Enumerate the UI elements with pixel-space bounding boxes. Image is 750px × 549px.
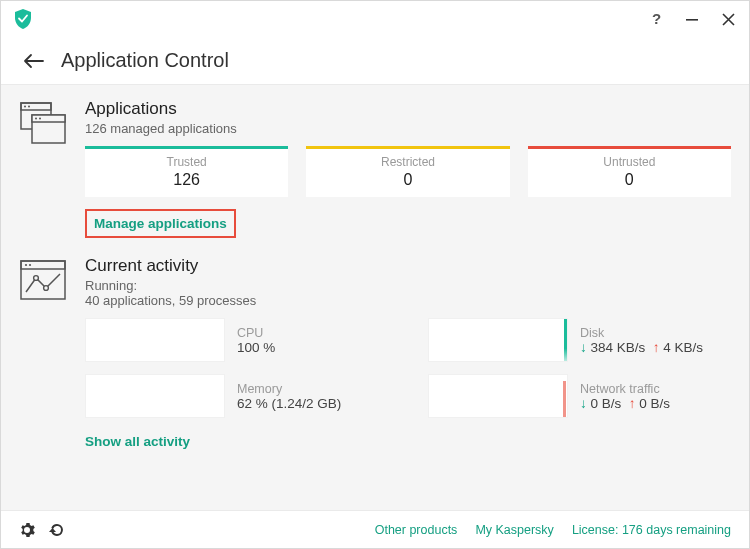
tile-untrusted-label: Untrusted	[603, 155, 655, 169]
app-window: ? Application Control Applications 126 m…	[0, 0, 750, 549]
applications-subtitle: 126 managed applications	[85, 121, 731, 136]
help-icon[interactable]: ?	[649, 12, 663, 26]
svg-point-15	[44, 286, 49, 291]
activity-running-label: Running:	[85, 278, 731, 293]
titlebar-right: ?	[649, 12, 735, 26]
tile-untrusted-value: 0	[625, 171, 634, 189]
cpu-chart	[85, 318, 225, 362]
close-icon[interactable]	[721, 12, 735, 26]
my-kaspersky-link[interactable]: My Kaspersky	[475, 523, 554, 537]
svg-point-12	[25, 264, 27, 266]
arrow-up-icon: ↑	[629, 396, 636, 411]
svg-point-5	[28, 106, 30, 108]
arrow-down-icon: ↓	[580, 396, 587, 411]
license-link[interactable]: License: 176 days remaining	[572, 523, 731, 537]
disk-value: ↓ 384 KB/s ↑ 4 KB/s	[580, 340, 703, 355]
svg-point-14	[34, 276, 39, 281]
svg-text:?: ?	[652, 11, 661, 27]
page-title: Application Control	[61, 49, 229, 72]
disk-label: Disk	[580, 326, 703, 340]
footer: Other products My Kaspersky License: 176…	[1, 510, 749, 548]
manage-applications-link[interactable]: Manage applications	[85, 209, 236, 238]
titlebar: ?	[1, 1, 749, 37]
memory-value: 62 % (1.24/2 GB)	[237, 396, 341, 411]
header: Application Control	[1, 37, 749, 85]
metric-memory: Memory 62 % (1.24/2 GB)	[85, 374, 388, 418]
tile-restricted-value: 0	[404, 171, 413, 189]
network-down: 0 B/s	[591, 396, 622, 411]
activity-section: Current activity Running: 40 application…	[19, 256, 731, 450]
footer-left	[19, 522, 65, 538]
network-value: ↓ 0 B/s ↑ 0 B/s	[580, 396, 670, 411]
tile-trusted-value: 126	[173, 171, 200, 189]
tile-restricted[interactable]: Restricted 0	[306, 146, 509, 197]
activity-body: Current activity Running: 40 application…	[85, 256, 731, 450]
svg-point-9	[39, 118, 41, 120]
svg-point-4	[24, 106, 26, 108]
activity-icon	[19, 256, 67, 304]
applications-title: Applications	[85, 99, 731, 119]
svg-rect-11	[21, 261, 65, 269]
disk-chart	[428, 318, 568, 362]
show-all-activity-link[interactable]: Show all activity	[85, 434, 190, 449]
activity-grid: CPU 100 % Disk ↓ 384 KB/s ↑ 4 KB/s	[85, 318, 731, 418]
applications-section: Applications 126 managed applications Tr…	[19, 99, 731, 238]
kaspersky-shield-icon	[13, 7, 33, 31]
cpu-label: CPU	[237, 326, 275, 340]
network-text: Network traffic ↓ 0 B/s ↑ 0 B/s	[580, 382, 670, 411]
back-arrow-icon[interactable]	[21, 49, 45, 73]
tile-restricted-label: Restricted	[381, 155, 435, 169]
svg-point-8	[35, 118, 37, 120]
svg-rect-10	[21, 261, 65, 299]
metric-network: Network traffic ↓ 0 B/s ↑ 0 B/s	[428, 374, 731, 418]
network-chart	[428, 374, 568, 418]
tile-trusted-label: Trusted	[167, 155, 207, 169]
memory-label: Memory	[237, 382, 341, 396]
content: Applications 126 managed applications Tr…	[1, 85, 749, 510]
disk-up: 4 KB/s	[663, 340, 703, 355]
arrow-down-icon: ↓	[580, 340, 587, 355]
network-up: 0 B/s	[639, 396, 670, 411]
cpu-value: 100 %	[237, 340, 275, 355]
application-tiles: Trusted 126 Restricted 0 Untrusted 0	[85, 146, 731, 197]
network-label: Network traffic	[580, 382, 670, 396]
minimize-icon[interactable]	[685, 12, 699, 26]
footer-right: Other products My Kaspersky License: 176…	[375, 523, 731, 537]
tile-untrusted[interactable]: Untrusted 0	[528, 146, 731, 197]
memory-text: Memory 62 % (1.24/2 GB)	[237, 382, 341, 411]
cpu-text: CPU 100 %	[237, 326, 275, 355]
arrow-up-icon: ↑	[653, 340, 660, 355]
applications-body: Applications 126 managed applications Tr…	[85, 99, 731, 238]
tile-trusted[interactable]: Trusted 126	[85, 146, 288, 197]
svg-point-13	[29, 264, 31, 266]
svg-rect-1	[686, 19, 698, 21]
titlebar-left	[13, 7, 33, 31]
gear-icon[interactable]	[19, 522, 35, 538]
refresh-icon[interactable]	[49, 522, 65, 538]
disk-down: 384 KB/s	[591, 340, 646, 355]
metric-disk: Disk ↓ 384 KB/s ↑ 4 KB/s	[428, 318, 731, 362]
activity-running-detail: 40 applications, 59 processes	[85, 293, 731, 308]
disk-text: Disk ↓ 384 KB/s ↑ 4 KB/s	[580, 326, 703, 355]
memory-chart	[85, 374, 225, 418]
metric-cpu: CPU 100 %	[85, 318, 388, 362]
activity-title: Current activity	[85, 256, 731, 276]
applications-icon	[19, 99, 67, 147]
other-products-link[interactable]: Other products	[375, 523, 458, 537]
